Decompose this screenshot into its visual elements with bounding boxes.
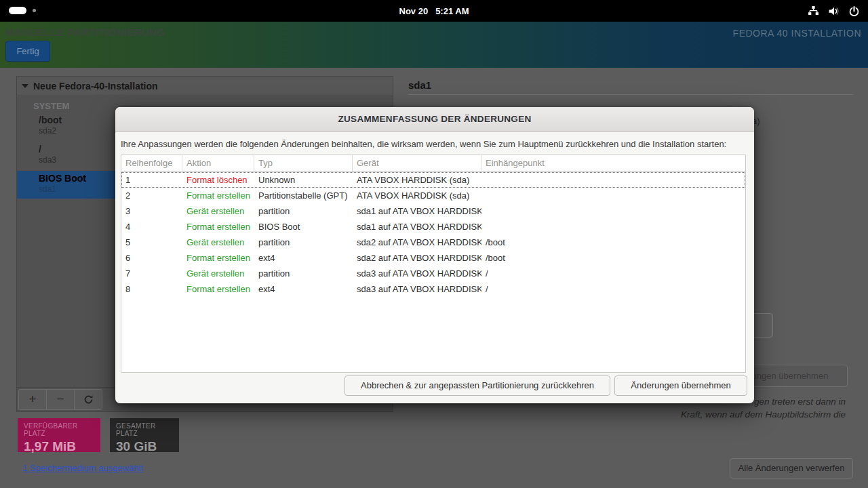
- workspace-dot-icon: [33, 9, 36, 12]
- cell-type: ext4: [254, 250, 353, 266]
- cell-order: 8: [121, 281, 182, 297]
- cell-type: Partitionstabelle (GPT): [254, 188, 353, 203]
- cell-device: sda3 auf ATA VBOX HARDDISK: [353, 281, 481, 297]
- table-column-header: Typ: [254, 155, 353, 171]
- note-line-2: Kraft, wenn auf dem Hauptbildschirm die: [681, 408, 846, 421]
- clock-time: 5:21 AM: [435, 6, 469, 16]
- power-icon[interactable]: [848, 5, 860, 17]
- cell-mountpoint: [481, 203, 745, 219]
- gnome-top-bar: Nov 20 5:21 AM: [0, 0, 868, 22]
- table-row[interactable]: 7 Gerät erstellen partition sda3 auf ATA…: [121, 266, 745, 281]
- table-row[interactable]: 5 Gerät erstellen partition sda2 auf ATA…: [121, 235, 745, 250]
- table-column-header: Gerät: [353, 155, 481, 171]
- cell-type: partition: [254, 235, 353, 250]
- toolbar-button-group: + −: [18, 389, 102, 410]
- done-button[interactable]: Fertig: [5, 41, 50, 62]
- cell-device: ATA VBOX HARDDISK (sda): [353, 172, 481, 188]
- cell-device: ATA VBOX HARDDISK (sda): [353, 188, 481, 203]
- cell-action: Format löschen: [182, 172, 254, 188]
- volume-icon[interactable]: [828, 5, 840, 17]
- selected-device-title: sda1: [408, 79, 431, 91]
- table-column-header: Einhängepunkt: [481, 155, 745, 171]
- discard-all-changes-button[interactable]: Alle Änderungen verwerfen: [730, 458, 853, 479]
- available-space-label: VERFÜGBARER PLATZ: [24, 422, 94, 437]
- reload-button[interactable]: [74, 389, 102, 410]
- cell-mountpoint: /: [481, 266, 745, 281]
- add-partition-button[interactable]: +: [18, 389, 47, 410]
- table-column-header: Reihenfolge: [121, 155, 182, 171]
- table-row[interactable]: 4 Format erstellen BIOS Boot sda1 auf AT…: [121, 219, 745, 235]
- cell-type: Unknown: [254, 172, 353, 188]
- cell-device: sda2 auf ATA VBOX HARDDISK: [353, 250, 481, 266]
- installer-header: MANUELLE PARTITIONIERUNG Fertig FEDORA 4…: [0, 22, 868, 68]
- remove-partition-button[interactable]: −: [46, 389, 75, 410]
- cell-type: BIOS Boot: [254, 219, 353, 235]
- cell-mountpoint: [481, 172, 745, 188]
- table-row[interactable]: 8 Format erstellen ext4 sda3 auf ATA VBO…: [121, 281, 745, 297]
- cell-mountpoint: [481, 188, 745, 203]
- dialog-description: Ihre Anpassungen werden die folgenden Än…: [121, 139, 726, 149]
- cell-mountpoint: [481, 219, 745, 235]
- table-column-header: Aktion: [182, 155, 254, 171]
- cell-order: 2: [121, 188, 182, 203]
- dialog-title: ZUSAMMENFASSUNG DER ÄNDERUNGEN: [115, 107, 754, 132]
- cell-action: Format erstellen: [182, 219, 254, 235]
- clock-date: Nov 20: [399, 6, 428, 16]
- right-panel-divider: [408, 94, 853, 95]
- wired-network-icon[interactable]: [808, 5, 819, 17]
- table-row[interactable]: 6 Format erstellen ext4 sda2 auf ATA VBO…: [121, 250, 745, 266]
- accept-changes-button[interactable]: Änderungen übernehmen: [614, 375, 747, 396]
- cell-action: Format erstellen: [182, 188, 254, 203]
- cell-device: sda1 auf ATA VBOX HARDDISK: [353, 203, 481, 219]
- selected-disks-link[interactable]: 1 Speichermedium ausgewählt: [22, 463, 143, 473]
- cell-action: Gerät erstellen: [182, 235, 254, 250]
- cell-type: ext4: [254, 281, 353, 297]
- available-space-badge: VERFÜGBARER PLATZ 1,97 MiB: [18, 418, 100, 452]
- table-body: 1 Format löschen Unknown ATA VBOX HARDDI…: [121, 172, 745, 297]
- cell-order: 3: [121, 203, 182, 219]
- cell-mountpoint: /boot: [481, 250, 745, 266]
- cell-device: sda3 auf ATA VBOX HARDDISK: [353, 266, 481, 281]
- clock[interactable]: Nov 20 5:21 AM: [399, 0, 469, 22]
- cell-order: 4: [121, 219, 182, 235]
- table-header-row: ReihenfolgeAktionTypGerätEinhängepunkt: [121, 155, 745, 172]
- product-label: FEDORA 40 INSTALLATION: [733, 28, 861, 39]
- cell-action: Gerät erstellen: [182, 203, 254, 219]
- total-space-badge: GESAMTER PLATZ 30 GiB: [110, 418, 179, 452]
- cell-order: 7: [121, 266, 182, 281]
- cell-mountpoint: /boot: [481, 235, 745, 250]
- workspace-indicator[interactable]: [9, 7, 36, 14]
- cell-order: 1: [121, 172, 182, 188]
- cell-action: Format erstellen: [182, 250, 254, 266]
- cell-action: Gerät erstellen: [182, 266, 254, 281]
- available-space-value: 1,97 MiB: [24, 439, 94, 454]
- accordion-root-label: Neue Fedora-40-Installation: [33, 81, 158, 92]
- plus-icon: +: [28, 392, 36, 406]
- cell-type: partition: [254, 203, 353, 219]
- cell-order: 6: [121, 250, 182, 266]
- changes-table: ReihenfolgeAktionTypGerätEinhängepunkt 1…: [121, 155, 746, 373]
- cell-order: 5: [121, 235, 182, 250]
- workspace-pill-icon: [9, 7, 26, 14]
- system-status-area[interactable]: [808, 0, 860, 22]
- page-title: MANUELLE PARTITIONIERUNG: [5, 26, 165, 38]
- total-space-value: 30 GiB: [116, 439, 173, 454]
- table-row[interactable]: 2 Format erstellen Partitionstabelle (GP…: [121, 188, 745, 203]
- cell-device: sda1 auf ATA VBOX HARDDISK: [353, 219, 481, 235]
- cell-mountpoint: /: [481, 281, 745, 297]
- screen: Nov 20 5:21 AM MANUELLE PARTITION: [0, 0, 868, 488]
- expander-triangle-icon: [22, 84, 28, 88]
- summary-of-changes-dialog: ZUSAMMENFASSUNG DER ÄNDERUNGEN Ihre Anpa…: [115, 107, 754, 403]
- cell-type: partition: [254, 266, 353, 281]
- accordion-root-row[interactable]: Neue Fedora-40-Installation: [17, 77, 393, 96]
- minus-icon: −: [56, 392, 64, 406]
- refresh-icon: [83, 394, 94, 408]
- table-row[interactable]: 3 Gerät erstellen partition sda1 auf ATA…: [121, 203, 745, 219]
- cancel-return-button[interactable]: Abbrechen & zur angepassten Partitionier…: [344, 375, 610, 396]
- table-row[interactable]: 1 Format löschen Unknown ATA VBOX HARDDI…: [121, 172, 745, 188]
- total-space-label: GESAMTER PLATZ: [116, 422, 173, 437]
- cell-device: sda2 auf ATA VBOX HARDDISK: [353, 235, 481, 250]
- cell-action: Format erstellen: [182, 281, 254, 297]
